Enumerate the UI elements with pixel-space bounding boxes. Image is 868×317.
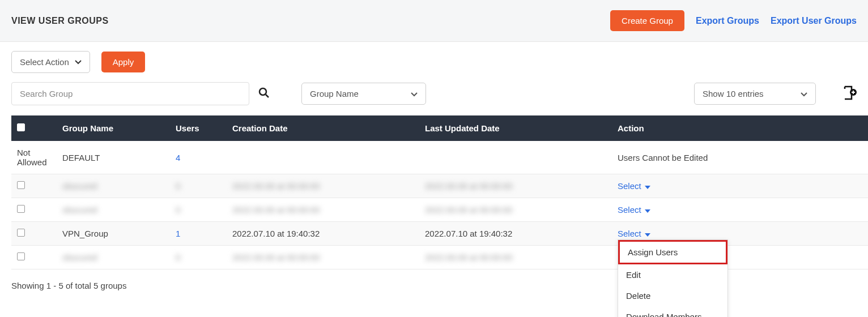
entries-label: Show 10 entries — [703, 89, 764, 98]
chevron-down-icon — [75, 59, 82, 66]
select-action-label: Select Action — [20, 57, 69, 67]
caret-down-icon — [645, 181, 650, 191]
cell-creation-date: 2022.00.00 at 00:00:00 — [227, 198, 419, 222]
menu-delete[interactable]: Delete — [618, 285, 727, 302]
col-users: Users — [170, 115, 227, 141]
caret-down-icon — [645, 229, 650, 238]
filter-by-label: Group Name — [310, 89, 359, 98]
table-row: obscured02022.00.00 at 00:00:002022.00.0… — [11, 246, 868, 269]
cell-updated-date: 2022.07.10 at 19:40:32 — [419, 222, 612, 246]
cell-creation-date: 2022.00.00 at 00:00:00 — [227, 246, 419, 269]
col-action: Action — [612, 115, 868, 141]
cell-group-name: obscured — [57, 174, 170, 198]
cell-updated-date: 2022.00.00 at 00:00:00 — [419, 198, 612, 222]
select-action-dropdown[interactable]: Select Action — [11, 51, 90, 73]
search-input[interactable] — [11, 82, 249, 105]
svg-point-0 — [259, 88, 266, 95]
apply-button[interactable]: Apply — [101, 52, 146, 72]
export-groups-link[interactable]: Export Groups — [696, 16, 759, 26]
row-action-select[interactable]: Select — [618, 229, 650, 238]
cell-updated-date — [419, 141, 612, 174]
cell-action-text: Users Cannot be Edited — [612, 141, 868, 174]
svg-line-1 — [266, 95, 269, 97]
export-user-groups-link[interactable]: Export User Groups — [771, 16, 857, 26]
users-count-link[interactable]: 1 — [176, 229, 180, 238]
row-checkbox[interactable] — [17, 181, 25, 189]
col-name: Group Name — [57, 115, 170, 141]
users-count-link[interactable]: 0 — [176, 181, 180, 191]
table-body: Not AllowedDEFAULT4Users Cannot be Edite… — [11, 141, 868, 269]
menu-assign-users[interactable]: Assign Users — [618, 240, 727, 264]
row-checkbox-label: Not Allowed — [11, 141, 57, 174]
table-row: Not AllowedDEFAULT4Users Cannot be Edite… — [11, 141, 868, 174]
row-action-select[interactable]: Select — [618, 181, 650, 191]
row-checkbox[interactable] — [17, 205, 25, 213]
cell-group-name: obscured — [57, 198, 170, 222]
row-checkbox[interactable] — [17, 252, 25, 260]
cell-creation-date — [227, 141, 419, 174]
col-creation: Creation Date — [227, 115, 419, 141]
cell-group-name: obscured — [57, 246, 170, 269]
chevron-down-icon — [801, 89, 807, 98]
table-row: VPN_Group12022.07.10 at 19:40:322022.07.… — [11, 222, 868, 246]
table-row: obscured02022.00.00 at 00:00:002022.00.0… — [11, 198, 868, 222]
menu-edit[interactable]: Edit — [618, 264, 727, 285]
row-checkbox[interactable] — [17, 229, 25, 237]
groups-table: Group Name Users Creation Date Last Upda… — [0, 115, 868, 269]
create-group-button[interactable]: Create Group — [610, 10, 684, 31]
table-header: Group Name Users Creation Date Last Upda… — [11, 115, 868, 141]
action-toolbar: Select Action Apply — [0, 42, 868, 82]
cell-updated-date: 2022.00.00 at 00:00:00 — [419, 174, 612, 198]
filter-toolbar: Group Name Show 10 entries — [0, 82, 868, 115]
col-updated: Last Updated Date — [419, 115, 612, 141]
table-footer: Showing 1 - 5 of total 5 groups — [0, 269, 868, 302]
action-dropdown-menu: Assign Users Edit Delete Download Member… — [618, 239, 728, 302]
page-header: VIEW USER GROUPS Create Group Export Gro… — [0, 0, 868, 42]
add-column-icon[interactable] — [842, 85, 857, 102]
filter-by-dropdown[interactable]: Group Name — [301, 83, 426, 105]
users-count-link[interactable]: 0 — [176, 252, 180, 262]
search-icon[interactable] — [258, 87, 270, 100]
table-row: obscured02022.00.00 at 00:00:002022.00.0… — [11, 174, 868, 198]
cell-updated-date: 2022.00.00 at 00:00:00 — [419, 246, 612, 269]
header-actions: Create Group Export Groups Export User G… — [610, 10, 857, 31]
select-all-checkbox[interactable] — [17, 123, 25, 131]
chevron-down-icon — [411, 89, 418, 98]
users-count-link[interactable]: 4 — [176, 153, 180, 162]
users-count-link[interactable]: 0 — [176, 205, 180, 215]
cell-creation-date: 2022.00.00 at 00:00:00 — [227, 174, 419, 198]
cell-creation-date: 2022.07.10 at 19:40:32 — [227, 222, 419, 246]
row-action-select[interactable]: Select — [618, 205, 650, 215]
cell-group-name: DEFAULT — [57, 141, 170, 174]
caret-down-icon — [645, 205, 650, 215]
page-title: VIEW USER GROUPS — [11, 16, 109, 26]
entries-dropdown[interactable]: Show 10 entries — [694, 83, 816, 105]
cell-group-name: VPN_Group — [57, 222, 170, 246]
